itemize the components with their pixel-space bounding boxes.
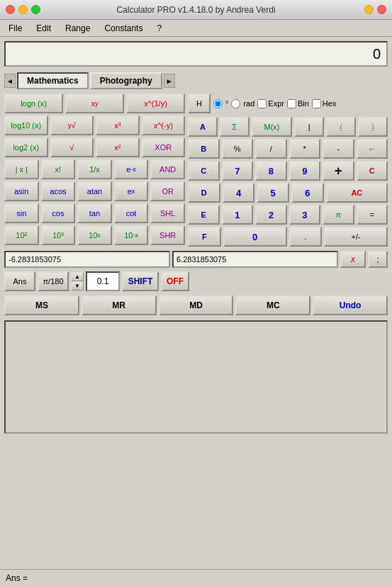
close-button[interactable] — [6, 5, 15, 14]
log2-btn[interactable]: log2 (x) — [4, 137, 48, 157]
cot-btn[interactable]: cot — [114, 203, 149, 223]
hex-E-btn[interactable]: E — [188, 205, 220, 225]
shl-btn[interactable]: SHL — [150, 203, 185, 223]
ex-btn[interactable]: ex — [114, 181, 149, 201]
and-btn[interactable]: AND — [150, 159, 185, 179]
step-down-btn[interactable]: ▼ — [71, 281, 84, 291]
cube-btn[interactable]: x³ — [96, 115, 140, 135]
ms-btn[interactable]: MS — [4, 295, 79, 315]
minimize-button[interactable] — [18, 5, 28, 14]
num7-btn[interactable]: 7 — [222, 161, 254, 181]
or-btn[interactable]: OR — [150, 181, 185, 201]
menu-help[interactable]: ? — [154, 22, 164, 35]
AC-btn[interactable]: AC — [326, 183, 388, 203]
divide-btn[interactable]: / — [255, 139, 287, 159]
plusminus-btn[interactable]: +/- — [324, 227, 388, 247]
mx-btn[interactable]: M(x) — [252, 117, 292, 137]
menu-edit[interactable]: Edit — [33, 22, 54, 35]
right-light-2[interactable] — [377, 5, 386, 14]
mr-btn[interactable]: MR — [82, 295, 157, 315]
acos-btn[interactable]: acos — [41, 181, 76, 201]
pow-neg-y-btn[interactable]: x^(-y) — [142, 115, 186, 135]
hex-A-btn[interactable]: A — [188, 117, 218, 137]
radian-radio[interactable] — [231, 99, 240, 108]
xor-btn[interactable]: XOR — [142, 137, 186, 157]
inv-btn[interactable]: 1/x — [77, 159, 112, 179]
off-btn[interactable]: OFF — [161, 271, 189, 291]
num6-btn[interactable]: 6 — [291, 183, 324, 203]
plus-btn[interactable]: + — [323, 161, 354, 181]
fact-btn[interactable]: x! — [41, 159, 76, 179]
tab-mathematics[interactable]: Mathematics — [17, 72, 89, 89]
hex-D-btn[interactable]: D — [188, 183, 220, 203]
hex-checkbox[interactable] — [312, 99, 321, 108]
num8-btn[interactable]: 8 — [255, 161, 287, 181]
menu-file[interactable]: File — [6, 22, 25, 35]
pow-1y-btn[interactable]: x^(1/y) — [126, 94, 185, 113]
eneg-btn[interactable]: e-x — [114, 159, 149, 179]
step-up-btn[interactable]: ▲ — [71, 272, 84, 281]
num1-btn[interactable]: 1 — [222, 205, 254, 225]
menu-range[interactable]: Range — [62, 22, 93, 35]
degree-radio[interactable] — [213, 99, 223, 108]
maximize-button[interactable] — [31, 5, 40, 14]
num2-btn[interactable]: 2 — [255, 205, 287, 225]
tab-photography[interactable]: Photography — [90, 72, 162, 89]
hex-C-btn[interactable]: C — [188, 161, 220, 181]
tennegx-btn[interactable]: 10-x — [114, 225, 149, 245]
step-input[interactable] — [86, 271, 120, 291]
logn-btn[interactable]: logn (x) — [4, 94, 63, 113]
hex-label[interactable]: Hex — [323, 99, 337, 108]
sqrt-btn[interactable]: √ — [50, 137, 94, 157]
hex-F-btn[interactable]: F — [188, 227, 221, 247]
asin-btn[interactable]: asin — [4, 181, 39, 201]
shr-btn[interactable]: SHR — [150, 225, 185, 245]
square-btn[interactable]: x² — [96, 137, 140, 157]
dot-btn[interactable]: . — [289, 227, 323, 247]
atan-btn[interactable]: atan — [77, 181, 112, 201]
H-button[interactable]: H — [188, 94, 211, 113]
expr-checkbox[interactable] — [257, 99, 267, 108]
x-variable-btn[interactable]: x — [340, 251, 366, 268]
num4-btn[interactable]: 4 — [223, 183, 255, 203]
tab-right-arrow[interactable]: ► — [164, 74, 175, 88]
num5-btn[interactable]: 5 — [257, 183, 289, 203]
tenx-btn[interactable]: 10x — [77, 225, 112, 245]
minus-btn[interactable]: - — [323, 139, 354, 159]
pi-const-btn[interactable]: π — [323, 205, 354, 225]
pipe-btn[interactable]: | — [294, 117, 324, 137]
C-clear-btn[interactable]: C — [357, 161, 388, 181]
bin-label[interactable]: Bin — [298, 99, 309, 108]
md-btn[interactable]: MD — [159, 295, 234, 315]
menu-constants[interactable]: Constants — [101, 22, 145, 35]
ten2-btn[interactable]: 10² — [4, 225, 39, 245]
pi180-btn[interactable]: π/180 — [38, 271, 69, 291]
ans-btn[interactable]: Ans — [4, 271, 35, 291]
undo-btn[interactable]: Undo — [313, 295, 388, 315]
multiply-btn[interactable]: * — [289, 139, 321, 159]
semicolon-btn[interactable]: ; — [368, 251, 388, 268]
ten3-btn[interactable]: 10³ — [41, 225, 76, 245]
mc-btn[interactable]: MC — [235, 295, 310, 315]
right-light-1[interactable] — [364, 5, 374, 14]
sigma-btn[interactable]: Σ — [220, 117, 250, 137]
bin-checkbox[interactable] — [287, 99, 296, 108]
abs-btn[interactable]: | x | — [4, 159, 39, 179]
tan-btn[interactable]: tan — [77, 203, 112, 223]
equals-btn[interactable]: = — [357, 205, 388, 225]
num9-btn[interactable]: 9 — [289, 161, 321, 181]
log10-btn[interactable]: log10 (x) — [4, 115, 48, 135]
expr-label[interactable]: Expr — [268, 99, 284, 108]
shift-btn[interactable]: SHIFT — [122, 271, 159, 291]
hex-B-btn[interactable]: B — [188, 139, 220, 159]
num0-btn[interactable]: 0 — [223, 227, 287, 247]
degree-label[interactable]: ° — [225, 99, 228, 108]
sin-btn[interactable]: sin — [4, 203, 39, 223]
percent-btn[interactable]: % — [222, 139, 254, 159]
num3-btn[interactable]: 3 — [289, 205, 321, 225]
backspace-btn[interactable]: ← — [357, 139, 388, 159]
lparen-btn[interactable]: ( — [326, 117, 356, 137]
cos-btn[interactable]: cos — [41, 203, 76, 223]
radian-label[interactable]: rad — [243, 99, 254, 108]
yroot-btn[interactable]: y√ — [50, 115, 94, 135]
